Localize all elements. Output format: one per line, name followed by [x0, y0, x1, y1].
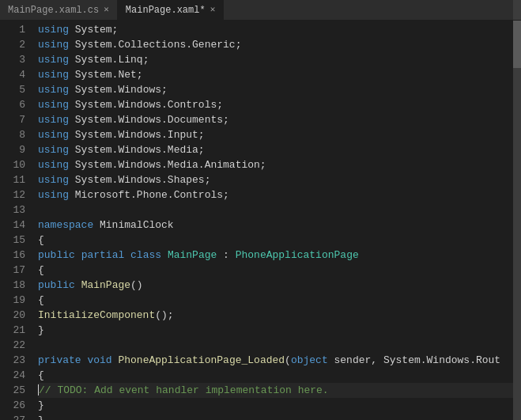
line-number: 27 — [0, 413, 25, 420]
token-pn: { — [38, 234, 44, 246]
line-number: 5 — [0, 82, 25, 97]
code-line: using System.Windows.Controls; — [38, 97, 513, 112]
token-pn: { — [38, 264, 44, 276]
line-number: 20 — [0, 308, 25, 323]
code-line: using System; — [38, 22, 513, 37]
line-number: 19 — [0, 293, 25, 308]
line-number: 25 — [0, 383, 25, 398]
token-pn: System.Windows.Media.Animation; — [69, 159, 266, 171]
line-number: 8 — [0, 127, 25, 142]
token-kw: using — [38, 174, 69, 186]
tab-close-cs[interactable]: ✕ — [104, 6, 109, 14]
line-number: 15 — [0, 233, 25, 248]
scrollbar-thumb[interactable] — [513, 21, 521, 68]
code-line: using System.Windows.Media; — [38, 142, 513, 157]
code-line: using System.Windows.Media.Animation; — [38, 157, 513, 172]
token-pn: System.Windows.Shapes; — [69, 174, 210, 186]
scrollbar-right[interactable] — [513, 21, 521, 420]
line-number: 10 — [0, 157, 25, 172]
code-line: using System.Windows.Documents; — [38, 112, 513, 127]
tab-scrollbar — [513, 0, 521, 20]
tab-mainpage-cs[interactable]: MainPage.xaml.cs ✕ — [0, 0, 118, 20]
token-pn: System.Net; — [69, 69, 143, 81]
line-number: 18 — [0, 278, 25, 293]
token-fn: MainPage — [81, 279, 130, 291]
code-area[interactable]: using System;using System.Collections.Ge… — [32, 21, 513, 420]
line-number: 26 — [0, 398, 25, 413]
line-number: 7 — [0, 112, 25, 127]
code-line: { — [38, 368, 513, 383]
code-line: { — [38, 263, 513, 278]
token-kw: void — [87, 354, 111, 366]
line-number: 24 — [0, 368, 25, 383]
token-kw: using — [38, 54, 69, 66]
line-number: 21 — [0, 323, 25, 338]
token-pn: } — [38, 324, 44, 336]
token-pn: } — [38, 414, 44, 420]
code-line: namespace MinimalClock — [38, 218, 513, 233]
token-pn: System.Collections.Generic; — [69, 39, 241, 51]
line-number: 9 — [0, 142, 25, 157]
token-pn: Microsoft.Phone.Controls; — [69, 189, 229, 201]
code-line: using System.Windows.Shapes; — [38, 172, 513, 187]
token-pn — [75, 279, 81, 291]
code-line: } — [38, 398, 513, 413]
token-pn: sender, System.Windows.Rout — [328, 354, 500, 366]
token-pn: : — [217, 249, 235, 261]
token-kw: using — [38, 39, 69, 51]
line-number: 14 — [0, 218, 25, 233]
token-kw: partial — [81, 249, 125, 261]
code-line: using Microsoft.Phone.Controls; — [38, 187, 513, 202]
tab-close-xaml[interactable]: ✕ — [210, 6, 216, 14]
token-pn: { — [38, 294, 44, 306]
line-number: 23 — [0, 353, 25, 368]
code-line: } — [38, 413, 513, 420]
line-number: 16 — [0, 248, 25, 263]
code-line: using System.Windows; — [38, 82, 513, 97]
code-line — [38, 338, 513, 353]
token-tp: PhoneApplicationPage — [236, 249, 359, 261]
code-line: using System.Linq; — [38, 52, 513, 67]
token-pn: System; — [69, 24, 118, 36]
code-line — [38, 202, 513, 218]
code-line: using System.Net; — [38, 67, 513, 82]
line-number: 6 — [0, 97, 25, 112]
code-line: private void PhoneApplicationPage_Loaded… — [38, 353, 513, 368]
line-number: 2 — [0, 37, 25, 52]
token-kw: using — [38, 24, 69, 36]
line-number: 22 — [0, 338, 25, 353]
token-kw: using — [38, 129, 69, 141]
token-pn: (); — [155, 309, 173, 321]
token-tp: MainPage — [168, 249, 217, 261]
tab-mainpage-xaml[interactable]: MainPage.xaml* ✕ — [118, 0, 224, 20]
token-kw: private — [38, 354, 81, 366]
token-pn: { — [38, 369, 44, 381]
code-line: } — [38, 323, 513, 338]
code-line: // TODO: Add event handler implementatio… — [38, 383, 513, 398]
token-pn: MinimalClock — [93, 219, 173, 231]
token-pn — [161, 249, 168, 261]
token-kw: namespace — [38, 219, 93, 231]
line-number: 17 — [0, 263, 25, 278]
token-kw: using — [38, 99, 69, 111]
token-pn: () — [130, 279, 143, 291]
token-fn: PhoneApplicationPage_Loaded — [118, 354, 285, 366]
token-kw: using — [38, 84, 69, 96]
line-number: 4 — [0, 67, 25, 82]
token-pn: ( — [285, 354, 291, 366]
line-number: 3 — [0, 52, 25, 67]
token-pn — [75, 249, 81, 261]
code-line: using System.Collections.Generic; — [38, 37, 513, 52]
token-kw: public — [38, 279, 75, 291]
line-number: 1 — [0, 22, 25, 37]
line-numbers: 1234567891011121314151617181920212223242… — [0, 21, 32, 420]
token-kw: using — [38, 69, 69, 81]
token-fn: InitializeComponent — [38, 309, 155, 321]
token-kw: class — [130, 249, 161, 261]
token-pn: System.Windows.Input; — [69, 129, 205, 141]
token-pn: System.Windows; — [69, 84, 168, 96]
token-kw: using — [38, 189, 69, 201]
code-line: public MainPage() — [38, 278, 513, 293]
token-kw: using — [38, 159, 69, 171]
code-line: public partial class MainPage : PhoneApp… — [38, 248, 513, 263]
